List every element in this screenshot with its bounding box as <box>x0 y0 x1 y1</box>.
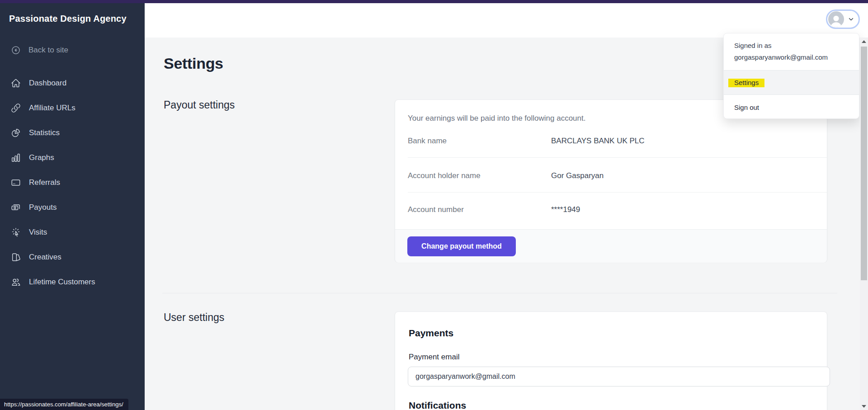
user-settings-heading: User settings <box>164 311 224 324</box>
chart-bar-icon <box>11 153 21 163</box>
sidebar-item-label: Statistics <box>29 128 60 137</box>
arrow-left-circle-icon <box>11 45 21 55</box>
settings-highlight: Settings <box>728 79 764 87</box>
user-settings-card: Payments Payment email Notifications <box>395 311 827 410</box>
payments-heading: Payments <box>409 328 453 339</box>
scroll-down-button[interactable] <box>860 402 868 410</box>
scroll-up-button[interactable] <box>860 38 868 45</box>
signed-in-info: Signed in as gorgasparyanwork@gmail.com <box>724 33 859 63</box>
account-holder-value: Gor Gasparyan <box>551 171 604 180</box>
payment-email-label: Payment email <box>409 353 459 362</box>
row-divider <box>408 157 827 158</box>
sidebar-item-lifetime-customers[interactable]: Lifetime Customers <box>0 269 145 294</box>
account-number-label: Account number <box>408 205 464 214</box>
user-group-icon <box>11 277 21 287</box>
triangle-down-icon <box>862 405 866 408</box>
affiliate-area-settings-page: Passionate Design Agency Back to site Da… <box>0 0 868 410</box>
menu-item-sign-out[interactable]: Sign out <box>724 95 859 119</box>
bank-name-value: BARCLAYS BANK UK PLC <box>551 137 645 146</box>
notifications-heading: Notifications <box>409 400 466 410</box>
brand-title: Passionate Design Agency <box>9 14 127 24</box>
sidebar-item-label: Creatives <box>29 253 61 262</box>
sidebar-item-creatives[interactable]: Creatives <box>0 245 145 269</box>
sidebar: Passionate Design Agency Back to site Da… <box>0 3 145 410</box>
bank-name-label: Bank name <box>408 137 447 146</box>
status-bar-url: https://passionates.com/affiliate-area/s… <box>0 399 128 410</box>
sidebar-nav: Dashboard Affiliate URLs Statistics Grap… <box>0 71 145 294</box>
change-payout-method-button[interactable]: Change payout method <box>407 236 516 256</box>
back-to-site-label: Back to site <box>28 46 68 55</box>
payment-email-input[interactable] <box>408 367 830 386</box>
sidebar-item-graphs[interactable]: Graphs <box>0 145 145 170</box>
top-accent-strip <box>0 0 868 3</box>
user-dropdown-menu: Signed in as gorgasparyanwork@gmail.com … <box>723 33 859 119</box>
page-scrollbar[interactable] <box>860 38 868 410</box>
sidebar-item-dashboard[interactable]: Dashboard <box>0 71 145 95</box>
chevron-down-icon <box>847 15 855 23</box>
sidebar-item-label: Dashboard <box>29 79 66 88</box>
sidebar-item-referrals[interactable]: Referrals <box>0 170 145 195</box>
back-to-site-link[interactable]: Back to site <box>11 44 68 57</box>
banknotes-icon <box>11 203 21 212</box>
menu-item-settings[interactable]: Settings <box>724 71 859 94</box>
sidebar-item-label: Referrals <box>29 178 60 187</box>
home-icon <box>11 78 21 88</box>
sidebar-item-label: Graphs <box>29 153 54 162</box>
avatar <box>828 11 844 27</box>
sidebar-item-label: Lifetime Customers <box>29 278 95 287</box>
person-icon <box>828 12 844 27</box>
swatch-icon <box>11 252 21 262</box>
triangle-up-icon <box>862 40 866 43</box>
link-icon <box>11 103 21 113</box>
user-menu-button[interactable] <box>826 9 860 29</box>
signed-in-label: Signed in as <box>734 40 849 52</box>
top-bar <box>145 3 868 38</box>
scrollbar-thumb[interactable] <box>861 47 867 280</box>
payout-intro-text: Your earnings will be paid into the foll… <box>408 114 585 123</box>
sidebar-item-label: Payouts <box>29 203 57 212</box>
sidebar-item-payouts[interactable]: Payouts <box>0 195 145 220</box>
signed-in-email: gorgasparyanwork@gmail.com <box>734 52 849 63</box>
account-holder-label: Account holder name <box>408 171 481 180</box>
account-number-value: ****1949 <box>551 205 580 214</box>
sidebar-item-visits[interactable]: Visits <box>0 220 145 245</box>
row-divider <box>408 192 827 193</box>
section-divider <box>162 293 837 293</box>
credit-card-icon <box>11 178 21 188</box>
payout-settings-heading: Payout settings <box>164 99 235 111</box>
sidebar-item-label: Visits <box>29 228 47 237</box>
page-title: Settings <box>164 55 223 72</box>
sidebar-item-affiliate-urls[interactable]: Affiliate URLs <box>0 95 145 120</box>
payout-card-footer: Change payout method <box>395 229 827 263</box>
sidebar-item-statistics[interactable]: Statistics <box>0 120 145 145</box>
payout-settings-card: Your earnings will be paid into the foll… <box>395 99 827 262</box>
sidebar-item-label: Affiliate URLs <box>29 104 75 113</box>
cursor-click-icon <box>11 227 21 237</box>
chart-pie-icon <box>11 128 21 138</box>
